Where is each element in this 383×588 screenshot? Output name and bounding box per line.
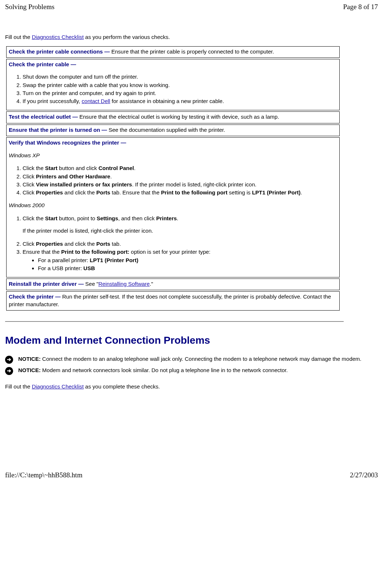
table-row: Verify that Windows recognizes the print… — [6, 137, 340, 277]
table-row: Check the printer cable connections — En… — [6, 46, 340, 58]
table-row: Check the printer cable — Shut down the … — [6, 59, 340, 110]
section-heading: Modem and Internet Connection Problems — [5, 334, 378, 347]
row1-text: Ensure that the printer cable is properl… — [111, 48, 274, 55]
header-page-indicator: Page 8 of 17 — [343, 2, 378, 12]
row2-title: Check the printer cable — — [9, 61, 76, 67]
row3-title: Test the electrical outlet — — [9, 114, 79, 120]
table-row: Test the electrical outlet — Ensure that… — [6, 111, 340, 123]
list-item: Click the Start button, point to Setting… — [23, 215, 337, 240]
row6-title: Reinstall the printer driver — — [9, 281, 85, 287]
row5-sublist: For a parallel printer: LPT1 (Printer Po… — [23, 257, 337, 272]
reinstalling-software-link[interactable]: Reinstalling Software — [98, 281, 150, 287]
row3-text: Ensure that the electrical outlet is wor… — [79, 114, 279, 120]
notice-text: NOTICE: Modem and network connectors loo… — [18, 367, 288, 374]
footer-date: 2/27/2003 — [350, 470, 378, 480]
list-item: Click View installed printers or fax pri… — [23, 181, 337, 188]
table-row: Check the printer — Run the printer self… — [6, 291, 340, 311]
list-item: Swap the printer cable with a cable that… — [23, 82, 337, 89]
list-item: Turn on the printer and computer, and tr… — [23, 90, 337, 97]
diagnostics-checklist-link[interactable]: Diagnostics Checklist — [32, 34, 84, 40]
table-row: Reinstall the printer driver — See "Rein… — [6, 279, 340, 290]
w2k1-sub: If the printer model is listed, right-cl… — [23, 227, 337, 234]
row2-list: Shut down the computer and turn off the … — [9, 73, 337, 105]
list-item: Click Printers and Other Hardware. — [23, 173, 337, 180]
row7-title: Check the printer — — [9, 293, 62, 300]
contact-dell-link[interactable]: contact Dell — [82, 98, 110, 104]
list-item: For a parallel printer: LPT1 (Printer Po… — [38, 257, 337, 264]
intro-prefix: Fill out the — [5, 34, 32, 40]
row4-text: See the documentation supplied with the … — [108, 127, 225, 133]
section2-intro: Fill out the Diagnostics Checklist as yo… — [5, 383, 378, 390]
diagnostics-checklist-link-2[interactable]: Diagnostics Checklist — [32, 383, 84, 390]
list-item: For a USB printer: USB — [38, 265, 337, 272]
arrow-right-icon: ➔ — [5, 367, 13, 375]
section-divider — [5, 321, 344, 322]
row5-w2k-list: Click the Start button, point to Setting… — [9, 215, 337, 272]
list-item: If you print successfully, contact Dell … — [23, 98, 337, 105]
notice-row: ➔ NOTICE: Connect the modem to an analog… — [5, 355, 378, 364]
row1-title: Check the printer cable connections — — [9, 48, 111, 55]
table-row: Ensure that the printer is turned on — S… — [6, 125, 340, 136]
row4-title: Ensure that the printer is turned on — — [9, 127, 108, 133]
list-item: Shut down the computer and turn off the … — [23, 73, 337, 80]
notice-row: ➔ NOTICE: Modem and network connectors l… — [5, 367, 378, 375]
row5-title: Verify that Windows recognizes the print… — [9, 139, 126, 146]
intro-paragraph: Fill out the Diagnostics Checklist as yo… — [5, 33, 378, 41]
row5-os1: Windows XP — [9, 152, 337, 159]
list-item: Click the Start button and click Control… — [23, 165, 337, 172]
troubleshoot-table: Check the printer cable connections — En… — [5, 45, 341, 312]
list-item: Ensure that the Print to the following p… — [23, 248, 337, 272]
row5-os2: Windows 2000 — [9, 202, 337, 209]
arrow-right-icon: ➔ — [5, 356, 13, 364]
notice-text: NOTICE: Connect the modem to an analog t… — [18, 355, 362, 363]
footer-path: file://C:\temp\~hhB588.htm — [5, 470, 82, 480]
list-item: Click Properties and click the Ports tab… — [23, 240, 337, 248]
header-title: Solving Problems — [5, 2, 55, 12]
intro-suffix: as you perform the various checks. — [84, 34, 170, 40]
row5-xp-list: Click the Start button and click Control… — [9, 165, 337, 196]
list-item: Click Properties and click the Ports tab… — [23, 189, 337, 196]
